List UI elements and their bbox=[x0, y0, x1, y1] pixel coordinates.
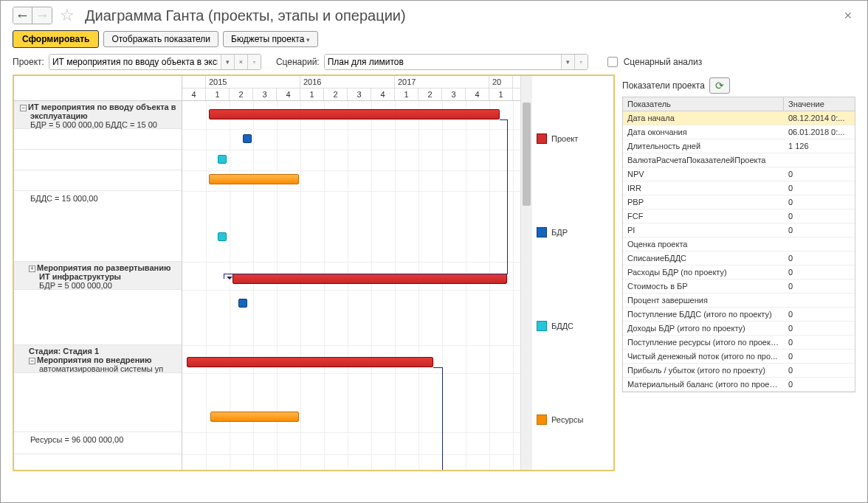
project-select[interactable]: ▾ × ▫ bbox=[49, 54, 261, 70]
col-header-value[interactable]: Значение bbox=[784, 97, 855, 111]
table-row[interactable]: Дата начала08.12.2014 0:... bbox=[623, 111, 855, 125]
table-row[interactable]: PBP0 bbox=[623, 195, 855, 209]
page-title: Диаграмма Ганта (проекты, этапы и операц… bbox=[85, 7, 406, 24]
table-row[interactable]: Поступление БДДС (итого по проекту)0 bbox=[623, 308, 855, 322]
table-row[interactable]: Дата окончания06.01.2018 0:... bbox=[623, 125, 855, 139]
collapse-icon[interactable]: − bbox=[20, 105, 27, 111]
table-row[interactable]: Стоимость в БР0 bbox=[623, 280, 855, 294]
gantt-bar-bdds[interactable] bbox=[218, 155, 227, 164]
show-indicators-button[interactable]: Отображать показатели bbox=[103, 31, 218, 47]
task-row[interactable]: Ресурсы = 96 000 000,00 bbox=[14, 432, 182, 454]
col-header-name[interactable]: Показатель bbox=[623, 97, 784, 111]
task-row[interactable]: БДДС = 15 000,00 bbox=[14, 191, 182, 262]
run-report-button[interactable]: Сформировать bbox=[13, 30, 99, 48]
gantt-bar-resources[interactable] bbox=[210, 412, 299, 422]
gantt-bar-bdr[interactable] bbox=[243, 134, 252, 143]
scenario-input[interactable] bbox=[325, 55, 561, 69]
close-icon[interactable]: ✕ bbox=[841, 7, 855, 24]
dropdown-icon[interactable]: ▾ bbox=[561, 55, 574, 69]
task-row[interactable] bbox=[14, 150, 182, 170]
scenario-analysis-label: Сценарный анализ bbox=[624, 57, 703, 67]
project-label: Проект: bbox=[13, 57, 44, 67]
table-row[interactable]: Материальный баланс (итого по проек...0 bbox=[623, 378, 855, 392]
expand-icon[interactable]: + bbox=[29, 266, 35, 272]
table-row[interactable]: Доходы БДР (итого по проекту)0 bbox=[623, 322, 855, 336]
table-row[interactable]: NPV0 bbox=[623, 167, 855, 181]
project-budgets-dropdown[interactable]: Бюджеты проекта bbox=[223, 31, 318, 47]
legend-swatch-resources bbox=[537, 414, 547, 425]
table-row[interactable]: Длительность дней1 126 bbox=[623, 139, 855, 153]
collapse-icon[interactable]: − bbox=[29, 358, 35, 364]
scenario-select[interactable]: ▾ ▫ bbox=[324, 54, 588, 70]
table-row[interactable]: Расходы БДР (по проекту)0 bbox=[623, 266, 855, 280]
open-icon[interactable]: ▫ bbox=[574, 55, 588, 69]
scenario-label: Сценарий: bbox=[276, 57, 320, 67]
table-row[interactable]: Оценка проекта bbox=[623, 237, 855, 252]
vertical-scrollbar[interactable] bbox=[520, 76, 532, 470]
table-row[interactable]: Процент завершения bbox=[623, 294, 855, 308]
legend-swatch-bdr bbox=[537, 227, 547, 237]
clear-icon[interactable]: × bbox=[234, 55, 247, 69]
gantt-bar-resources[interactable] bbox=[209, 174, 299, 184]
dropdown-icon[interactable]: ▾ bbox=[221, 55, 234, 69]
timeline-quarters: 4 1 2 3 4 1 2 3 4 1 2 3 4 1 bbox=[182, 89, 520, 100]
gantt-bar-bdr[interactable] bbox=[238, 299, 247, 308]
task-row[interactable] bbox=[14, 373, 182, 432]
legend-swatch-bdds bbox=[537, 321, 547, 331]
table-row[interactable]: Прибыль / убыток (итого по проекту)0 bbox=[623, 364, 855, 378]
gantt-bar-project[interactable] bbox=[232, 274, 507, 284]
table-row[interactable]: IRR0 bbox=[623, 181, 855, 195]
timeline-years: 2015 2016 2017 20 bbox=[182, 76, 520, 89]
gantt-chart: −ИТ мероприятия по вводу объекта в экспл… bbox=[13, 74, 615, 471]
task-group[interactable]: +Мероприятия по развертыванию ИТ инфраст… bbox=[14, 262, 182, 290]
table-row[interactable]: PI0 bbox=[623, 223, 855, 237]
table-row[interactable]: ВалютаРасчетаПоказателейПроекта bbox=[623, 153, 855, 167]
project-input[interactable] bbox=[49, 55, 221, 69]
indicators-table: Показатель Значение Дата начала08.12.201… bbox=[622, 97, 855, 392]
table-row[interactable]: Чистый денежный поток (итого по про...0 bbox=[623, 350, 855, 364]
refresh-button[interactable]: ⟳ bbox=[709, 77, 730, 94]
back-button[interactable]: 🡐 bbox=[13, 7, 32, 24]
gantt-canvas[interactable] bbox=[182, 101, 520, 470]
task-group[interactable]: Стадия: Стадия 1 −Мероприятия по внедрен… bbox=[14, 345, 182, 373]
scenario-analysis-checkbox[interactable] bbox=[607, 57, 618, 67]
favorite-star-icon[interactable]: ☆ bbox=[60, 7, 78, 24]
open-icon[interactable]: ▫ bbox=[247, 55, 261, 69]
gantt-bar-project[interactable] bbox=[209, 109, 500, 119]
forward-button[interactable]: 🡒 bbox=[32, 7, 52, 24]
nav-buttons: 🡐 🡒 bbox=[13, 7, 52, 24]
table-row[interactable]: FCF0 bbox=[623, 209, 855, 223]
legend-swatch-project bbox=[537, 133, 547, 144]
task-row[interactable] bbox=[14, 170, 182, 191]
legend: Проект БДР БДДС Ресурсы bbox=[532, 76, 613, 470]
gantt-bar-project[interactable] bbox=[187, 357, 433, 367]
task-row[interactable] bbox=[14, 290, 182, 345]
indicators-header: Показатели проекта bbox=[622, 80, 705, 91]
table-row[interactable]: Поступление ресурсы (итого по проекту)0 bbox=[623, 336, 855, 350]
gantt-bar-bdds[interactable] bbox=[218, 232, 227, 241]
task-group[interactable]: −ИТ мероприятия по вводу объекта в экспл… bbox=[14, 101, 182, 129]
table-row[interactable]: СписаниеБДДС0 bbox=[623, 252, 855, 266]
task-row[interactable] bbox=[14, 129, 182, 150]
